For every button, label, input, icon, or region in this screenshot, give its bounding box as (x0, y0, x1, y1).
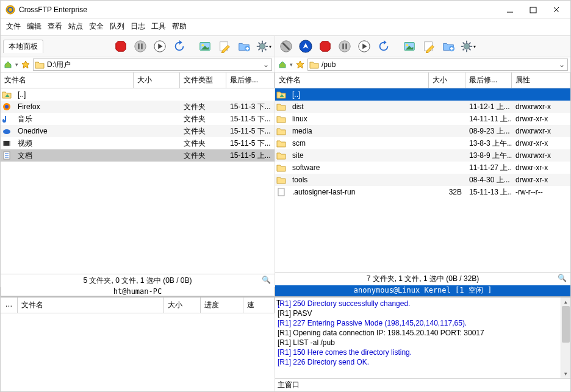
bookmark-icon[interactable] (295, 60, 305, 69)
scrollbar[interactable]: ▴ ▾ (561, 298, 570, 378)
file-row[interactable]: 音乐文件夹15-11-5 下... (1, 113, 275, 125)
settings-button[interactable]: ▾ (255, 38, 272, 55)
cell-name: dist (289, 102, 429, 112)
refresh-button[interactable] (375, 38, 392, 55)
col-progress[interactable]: 进度 (201, 298, 243, 313)
menu-工具[interactable]: 工具 (149, 20, 168, 33)
pause-button[interactable] (336, 38, 353, 55)
local-tab[interactable]: 本地面板 (3, 40, 43, 53)
col-attr[interactable]: 属性 (512, 73, 570, 88)
file-row[interactable]: Onedrive文件夹15-11-5 下... (1, 125, 275, 137)
image-button[interactable] (196, 38, 214, 55)
cell-name: .autosigner-last-run (289, 187, 429, 197)
path-text: D:\用户 (47, 60, 262, 70)
search-icon[interactable]: 🔍 (558, 274, 567, 282)
right-file-list[interactable]: [..]dist11-12-1 上...drwxrwxr-xlinux14-11… (275, 88, 570, 272)
home-icon[interactable] (3, 60, 13, 69)
cell-name: 文档 (14, 150, 134, 162)
col-name[interactable]: 文件名 (275, 73, 429, 88)
file-row[interactable]: .autosigner-last-run32B15-11-13 上...-rw-… (275, 186, 570, 198)
cell-name: software (289, 163, 429, 173)
settings-button[interactable]: ▾ (459, 38, 476, 55)
cell-type: 文件夹 (180, 138, 226, 149)
minimize-button[interactable] (505, 4, 515, 15)
new-folder-button[interactable] (440, 38, 457, 55)
log-body[interactable]: [R1] 250 Directory successfully changed.… (275, 298, 570, 378)
edit-button[interactable] (420, 38, 437, 55)
menu-文件[interactable]: 文件 (4, 20, 23, 33)
bookmark-icon[interactable] (21, 60, 31, 69)
right-path-input[interactable]: /pub ⌄ (307, 59, 568, 71)
log-tab[interactable]: 主窗口 (275, 378, 570, 391)
col-speed[interactable]: 速 (243, 298, 275, 313)
dropdown-icon[interactable]: ⌄ (558, 60, 566, 69)
log-line: [R1] 226 Directory send OK. (278, 357, 568, 367)
left-path-input[interactable]: D:\用户 ⌄ (33, 59, 272, 71)
svg-line-22 (265, 49, 267, 51)
home-icon[interactable] (278, 60, 287, 69)
svg-rect-63 (278, 188, 284, 196)
edit-button[interactable] (216, 38, 233, 55)
col-size[interactable]: 大小 (134, 73, 180, 88)
connect-button[interactable] (297, 38, 314, 55)
svg-rect-30 (342, 43, 343, 49)
col-mod[interactable]: 最后修... (465, 73, 512, 88)
file-row[interactable]: tools08-4-30 上...drwxr-xr-x (275, 174, 570, 186)
maximize-button[interactable] (528, 4, 539, 15)
col-index[interactable]: … (1, 298, 18, 313)
file-row[interactable]: site13-8-9 上午...drwxrwxr-x (275, 149, 570, 162)
close-button[interactable] (551, 4, 562, 15)
right-pathbar: ▾ /pub ⌄ (275, 57, 570, 73)
scroll-up-icon[interactable]: ▴ (561, 298, 570, 306)
col-name[interactable]: 文件名 (18, 298, 164, 313)
dropdown-icon[interactable]: ⌄ (262, 60, 270, 69)
scroll-thumb[interactable] (562, 306, 570, 343)
cell-size (429, 130, 465, 132)
menu-日志[interactable]: 日志 (129, 20, 147, 33)
menu-编辑[interactable]: 编辑 (25, 20, 43, 33)
new-folder-button[interactable] (235, 38, 253, 55)
file-row[interactable]: Firefox文件夹15-11-3 下... (1, 101, 275, 113)
right-connection-tab[interactable]: anonymous@Linux Kernel [1 空闲 ] (275, 285, 570, 296)
play-button[interactable] (356, 38, 373, 55)
stop-button[interactable] (112, 38, 129, 55)
col-name[interactable]: 文件名 (1, 73, 134, 88)
file-row[interactable]: [..] (275, 88, 570, 101)
file-icon (276, 115, 286, 123)
queue-body[interactable] (1, 313, 275, 391)
stop-button[interactable] (317, 38, 334, 55)
image-button[interactable] (401, 38, 418, 55)
cell-mod (226, 94, 234, 95)
col-size[interactable]: 大小 (164, 298, 201, 313)
scroll-down-icon[interactable]: ▾ (561, 369, 570, 378)
pause-button[interactable] (132, 38, 149, 55)
file-row[interactable]: linux14-11-11 上...drwxr-xr-x (275, 113, 570, 125)
file-row[interactable]: 文档文件夹15-11-5 上... (1, 149, 275, 162)
file-row[interactable]: scm13-8-3 上午...drwxr-xr-x (275, 137, 570, 149)
left-file-list[interactable]: [..]Firefox文件夹15-11-3 下...音乐文件夹15-11-5 下… (1, 88, 275, 274)
cell-mod: 08-9-23 上... (465, 126, 512, 137)
search-icon[interactable]: 🔍 (262, 276, 271, 284)
left-connection-tab[interactable]: ht@human-PC (1, 287, 275, 296)
menu-站点[interactable]: 站点 (66, 20, 85, 33)
svg-rect-2 (530, 7, 536, 13)
file-row[interactable]: media08-9-23 上...drwxrwxr-x (275, 125, 570, 137)
col-size[interactable]: 大小 (429, 73, 465, 88)
cell-name: tools (289, 175, 429, 185)
file-row[interactable]: 视频文件夹15-11-5 下... (1, 137, 275, 149)
disconnect-button[interactable] (278, 38, 295, 55)
play-button[interactable] (151, 38, 168, 55)
col-mod[interactable]: 最后修... (226, 73, 275, 88)
log-line: [R1] 150 Here comes the directory listin… (278, 347, 568, 357)
file-row[interactable]: [..] (1, 88, 275, 101)
file-row[interactable]: dist11-12-1 上...drwxrwxr-x (275, 101, 570, 113)
col-type[interactable]: 文件类型 (180, 73, 226, 88)
folder-icon (309, 60, 319, 69)
file-row[interactable]: software11-11-27 上...drwxr-xr-x (275, 162, 570, 174)
cell-size (429, 118, 465, 119)
menu-查看[interactable]: 查看 (46, 20, 64, 33)
refresh-button[interactable] (171, 38, 188, 55)
menu-队列[interactable]: 队列 (108, 20, 126, 33)
menu-安全[interactable]: 安全 (87, 20, 106, 33)
menu-帮助[interactable]: 帮助 (170, 20, 189, 33)
